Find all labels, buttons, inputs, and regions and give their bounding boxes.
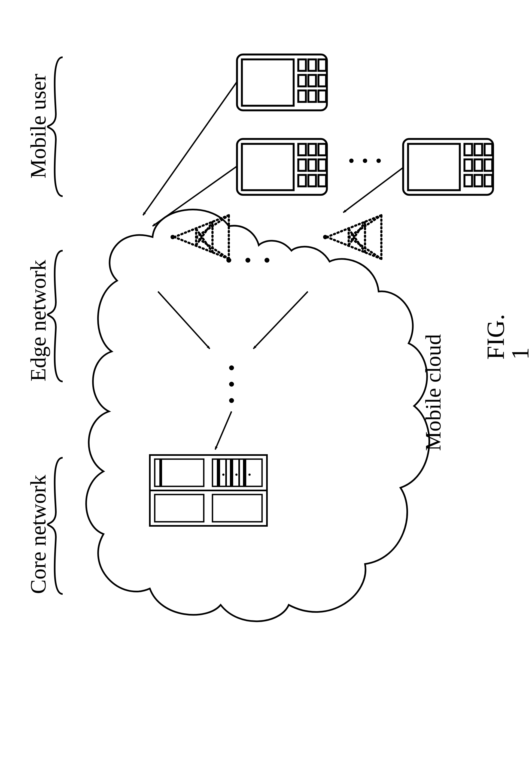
svg-line-60 [253,292,308,349]
svg-rect-24 [464,144,472,155]
diagram-svg [0,0,532,761]
arrow-antenna1-to-core [158,292,210,349]
server-icon [150,455,267,526]
svg-point-39 [245,258,250,263]
svg-line-56 [143,82,237,215]
svg-rect-30 [464,175,472,186]
svg-rect-54 [155,495,204,522]
svg-point-40 [265,258,269,263]
svg-rect-4 [319,59,326,71]
svg-rect-27 [464,159,472,171]
phone-icon [403,139,493,195]
ellipsis-core-path [229,365,234,403]
arrow-phone1-to-antenna1 [143,82,237,215]
svg-point-63 [229,398,234,403]
svg-rect-14 [308,144,316,155]
svg-rect-1 [242,59,294,106]
svg-point-52 [235,474,238,476]
svg-point-33 [349,158,354,163]
svg-rect-10 [319,90,326,102]
svg-rect-6 [308,75,316,87]
svg-rect-9 [308,90,316,102]
svg-point-61 [229,365,234,370]
svg-line-59 [158,292,210,349]
brace-core-network [48,458,63,594]
brace-edge-network [48,251,63,381]
svg-rect-32 [485,175,492,186]
arrow-core-to-server [215,411,232,449]
arrow-antenna2-to-core [253,292,308,349]
svg-rect-23 [408,144,460,190]
svg-rect-18 [319,159,326,171]
phone-icon [237,54,327,110]
svg-line-64 [215,411,232,449]
svg-rect-25 [475,144,482,155]
svg-point-38 [226,258,231,263]
ellipsis-antennas [226,258,269,263]
svg-rect-29 [485,159,492,171]
svg-rect-3 [308,59,316,71]
phone-icon [237,139,327,195]
svg-rect-2 [298,59,306,71]
svg-rect-15 [319,144,326,155]
svg-rect-55 [212,495,262,522]
svg-rect-26 [485,144,492,155]
svg-point-53 [248,474,251,476]
antenna-icon [170,215,229,259]
svg-rect-5 [298,75,306,87]
cloud-icon [86,209,429,621]
svg-point-37 [323,235,327,239]
svg-rect-28 [475,159,482,171]
svg-rect-20 [308,175,316,186]
svg-rect-7 [319,75,326,87]
svg-rect-16 [298,159,306,171]
svg-rect-12 [242,144,294,190]
brace-mobile-user [48,57,63,196]
svg-rect-13 [298,144,306,155]
svg-point-62 [229,382,234,386]
svg-point-35 [377,158,381,163]
svg-rect-31 [475,175,482,186]
svg-point-34 [363,158,367,163]
svg-rect-8 [298,90,306,102]
svg-rect-21 [319,175,326,186]
svg-line-58 [343,168,403,212]
svg-rect-17 [308,159,316,171]
arrow-phone3-to-antenna2 [343,168,403,212]
antenna-icon [323,215,382,259]
svg-point-36 [170,235,175,239]
svg-rect-19 [298,175,306,186]
svg-point-51 [222,474,224,476]
page: Mobile user Edge network Core network Mo… [0,0,532,761]
ellipsis-phones [349,158,381,163]
